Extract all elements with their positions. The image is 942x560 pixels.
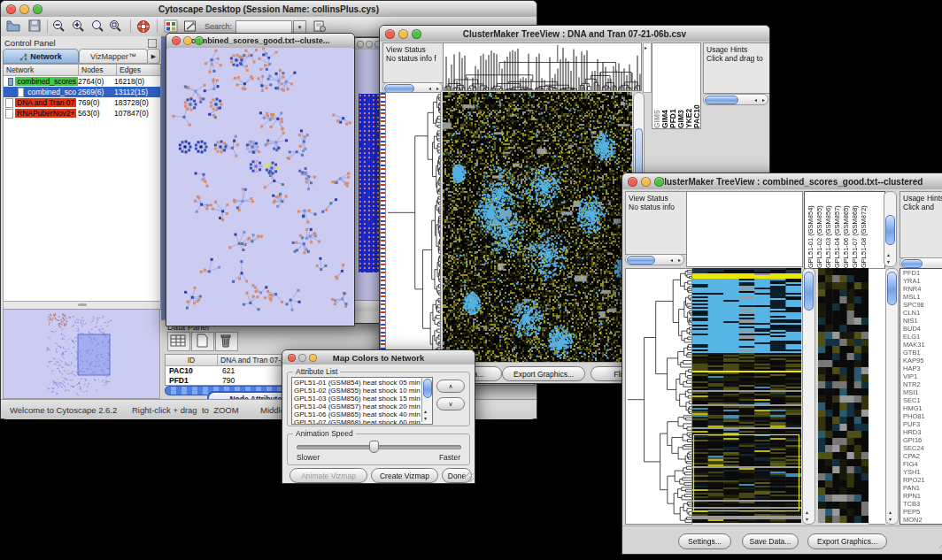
tv2-settings-button[interactable]: Settings... <box>678 533 731 549</box>
tv2-gene-label[interactable]: PAN1 <box>903 484 942 492</box>
minimize-icon[interactable] <box>183 36 192 45</box>
float-panel-icon[interactable] <box>148 39 157 48</box>
tv2-gene-label[interactable]: PHO81 <box>903 412 942 420</box>
col-header-nodes[interactable]: Nodes <box>79 65 117 76</box>
attribute-listbox[interactable]: GPL51-01 (GSM854) heat shock 05 minGPL51… <box>291 377 433 425</box>
close-icon[interactable] <box>385 29 395 39</box>
tv2-column-label[interactable]: GPL51-07 (GSM868) <box>851 194 860 268</box>
scroll-right-icon[interactable]: ▸ <box>436 86 439 91</box>
tv2-gene-label[interactable]: YRA1 <box>903 277 942 285</box>
zoom-window-icon[interactable] <box>33 4 42 14</box>
attribute-item[interactable]: GPL51-01 (GSM854) heat shock 05 min <box>294 379 430 387</box>
tab-vizmapper[interactable]: VizMapper™ <box>79 49 148 64</box>
zoom-window-icon[interactable] <box>412 29 421 39</box>
dialog-titlebar[interactable]: Map Colors to Network <box>282 350 475 365</box>
scroll-up-icon[interactable]: ▴ <box>887 252 890 257</box>
tv2-gene-label[interactable]: SEC24 <box>903 444 942 452</box>
scroll-right-icon[interactable]: ▸ <box>762 97 765 103</box>
close-icon[interactable] <box>288 354 296 362</box>
tv2-column-label[interactable]: GPL51-01 (GSM854) <box>807 194 815 268</box>
scroll-left-icon[interactable]: ◂ <box>754 97 757 103</box>
minimize-icon[interactable] <box>641 177 651 187</box>
tv2-heatmap-canvas[interactable] <box>692 268 801 523</box>
tv1-column-label[interactable]: GIM4 <box>660 45 668 128</box>
tv2-gene-label[interactable]: PEP5 <box>903 508 942 516</box>
close-icon[interactable] <box>172 36 181 45</box>
tv2-zoom-heatmap-canvas[interactable] <box>818 268 869 523</box>
tv2-gene-label[interactable]: SEC1 <box>903 396 942 404</box>
tv2-column-label[interactable]: GPL51-06 (GSM865) <box>842 194 851 268</box>
tv1-column-label[interactable]: PFD1 <box>668 45 676 128</box>
tv2-gene-label[interactable]: CPA2 <box>903 452 942 460</box>
close-icon[interactable] <box>6 4 16 14</box>
network-table-row[interactable]: combined_scores 2764(0) 16218(0) <box>4 76 160 87</box>
tv2-column-label[interactable]: GPL51-08 (GSM872) <box>860 194 869 268</box>
zoom-window-icon[interactable] <box>309 354 317 362</box>
zoom-fit-icon[interactable] <box>91 19 104 36</box>
tv2-column-label[interactable]: GPL51-02 (GSM855) <box>815 194 824 268</box>
tv2-gene-label[interactable]: SPC98 <box>903 301 942 309</box>
create-vizmap-button[interactable]: Create Vizmap <box>371 468 438 483</box>
network-table-row[interactable]: combined_sco 2569(6) 13112(15) <box>4 87 160 97</box>
expand-right-icon[interactable]: ▸ <box>645 45 647 50</box>
network-table-row[interactable]: DNA and Tran 07 769(0) 183728(0) <box>4 97 160 108</box>
treeview2-titlebar[interactable]: ClusterMaker TreeView : combined_scores_… <box>622 173 942 190</box>
col-header-network[interactable]: Network <box>4 65 79 76</box>
tv1-heatmap-canvas[interactable] <box>443 92 632 362</box>
tv2-gene-label[interactable]: HAP3 <box>903 364 942 372</box>
main-titlebar[interactable]: Cytoscape Desktop (Session Name: collins… <box>1 1 537 18</box>
delete-attribute-icon[interactable] <box>215 332 238 351</box>
col-header-edges[interactable]: Edges <box>117 65 160 76</box>
speed-slider-track[interactable] <box>297 445 461 449</box>
tv2-heatmap-vscrollbar[interactable]: ▴ ▾ <box>802 268 815 525</box>
network-canvas[interactable] <box>167 48 353 325</box>
tv2-gene-label[interactable]: KAP95 <box>903 357 942 364</box>
help-lifering-icon[interactable] <box>136 19 151 37</box>
tv2-gene-label[interactable]: NIS1 <box>903 317 942 325</box>
tv2-gene-label[interactable]: BUD4 <box>903 325 942 333</box>
attribute-item[interactable]: GPL51-07 (GSM868) heat shock 60 min <box>294 418 430 425</box>
tv2-gene-label[interactable]: MAK31 <box>903 341 942 349</box>
tab-network[interactable]: Network <box>3 49 79 64</box>
tv1-column-label[interactable]: GIM3 <box>676 45 684 128</box>
zoom-out-icon[interactable] <box>52 19 66 36</box>
tv2-save-data-button[interactable]: Save Data... <box>742 533 799 549</box>
scroll-down-icon[interactable]: ▾ <box>887 259 890 265</box>
tab-overflow-button[interactable]: ▶ <box>147 49 160 64</box>
treeview1-titlebar[interactable]: ClusterMaker TreeView : DNA and Tran 07-… <box>380 26 769 42</box>
scroll-down-icon[interactable]: ▾ <box>806 517 808 522</box>
birdseye-view-canvas[interactable] <box>3 309 160 399</box>
col-header-id[interactable]: ID <box>166 355 218 366</box>
scroll-up-icon[interactable]: ▴ <box>424 409 427 414</box>
tv2-gene-label[interactable]: TCB3 <box>903 500 942 508</box>
attribute-item[interactable]: GPL51-04 (GSM857) heat shock 20 min <box>294 403 430 410</box>
tv2-gene-label[interactable]: HMG1 <box>903 404 942 412</box>
tv2-gene-label[interactable]: MSL1 <box>903 293 942 301</box>
window-controls[interactable] <box>6 1 42 17</box>
scroll-up-icon[interactable]: ▴ <box>806 510 808 515</box>
tv2-column-label[interactable]: GPL51-03 (GSM856) <box>824 194 833 268</box>
tv1-export-graphics-button[interactable]: Export Graphics... <box>502 366 585 381</box>
scroll-down-icon[interactable]: ▾ <box>424 416 427 421</box>
tv2-gene-label[interactable]: FIG4 <box>903 460 942 468</box>
zoom-selected-icon[interactable] <box>109 19 122 36</box>
animate-vizmap-button[interactable]: Animate Vizmap <box>290 468 367 483</box>
table-view-icon[interactable] <box>167 332 190 351</box>
tv2-gene-label[interactable]: RPN1 <box>903 492 942 500</box>
search-input[interactable] <box>236 20 292 34</box>
scroll-up-icon[interactable]: ▴ <box>889 510 892 515</box>
tv1-column-label[interactable]: PAC10 <box>692 45 700 128</box>
minimize-icon[interactable] <box>19 4 29 14</box>
tv1-column-dendrogram[interactable] <box>443 42 642 91</box>
move-up-button[interactable]: ∧ <box>436 380 465 393</box>
speed-slider-thumb[interactable] <box>369 441 379 453</box>
tv2-gene-label[interactable]: VIP1 <box>903 372 942 380</box>
zoom-window-icon[interactable] <box>195 36 204 45</box>
tv2-gene-label[interactable]: PFD1 <box>903 269 942 277</box>
tv2-gene-label[interactable]: YSH1 <box>903 468 942 476</box>
attribute-item[interactable]: GPL51-06 (GSM865) heat shock 40 min <box>294 410 430 418</box>
tv1-column-label[interactable]: YKE2 <box>684 45 692 128</box>
network-table-row[interactable]: RNAPuberNov2+ 563(0) 107847(0) <box>4 108 160 119</box>
save-session-icon[interactable] <box>28 19 41 35</box>
minimize-icon[interactable] <box>298 354 306 362</box>
